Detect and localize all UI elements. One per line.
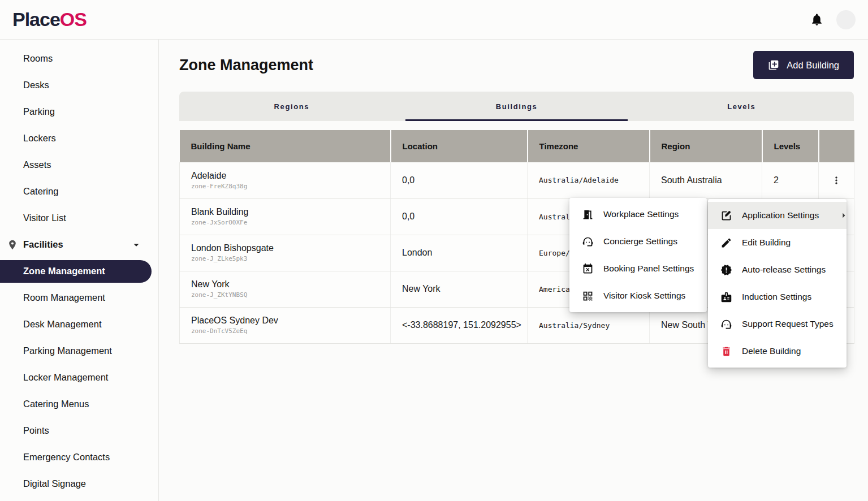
menu-item-label: Delete Building bbox=[742, 346, 801, 356]
column-actions bbox=[819, 130, 854, 162]
sidebar-item-label: Visitor List bbox=[23, 213, 66, 223]
sidebar-item-parking-management[interactable]: Parking Management bbox=[0, 338, 158, 364]
building-zone-id: zone-JxSorO0XFe bbox=[191, 219, 390, 226]
placeos-logo: PlaceOS bbox=[12, 8, 87, 31]
door-icon bbox=[582, 209, 594, 221]
building-zone-id: zone-J_ZKtYNBSQ bbox=[191, 291, 390, 299]
sidebar-item-label: Desks bbox=[23, 80, 49, 90]
sidebar-item-assets[interactable]: Assets bbox=[0, 152, 158, 178]
column-region: Region bbox=[650, 130, 762, 162]
menu-item-edit-building[interactable]: Edit Building bbox=[708, 229, 847, 256]
add-building-label: Add Building bbox=[787, 60, 839, 71]
menu-item-delete-building[interactable]: Delete Building bbox=[708, 338, 847, 365]
menu-item-label: Edit Building bbox=[742, 237, 791, 248]
building-location: 0,0 bbox=[391, 162, 528, 198]
sidebar-item-locker-management[interactable]: Locker Management bbox=[0, 364, 158, 391]
sidebar-item-visitor-list[interactable]: Visitor List bbox=[0, 205, 158, 231]
column-location: Location bbox=[391, 130, 528, 162]
release-badge-icon bbox=[720, 264, 732, 276]
page-title: Zone Management bbox=[179, 57, 313, 74]
sidebar-item-lockers[interactable]: Lockers bbox=[0, 125, 158, 152]
sidebar: Rooms Desks Parking Lockers Assets Cater… bbox=[0, 40, 159, 501]
submenu-arrow-icon bbox=[838, 210, 849, 221]
building-name: New York bbox=[191, 279, 390, 290]
sidebar-item-zone-management[interactable]: Zone Management bbox=[0, 260, 152, 283]
sidebar-item-label: Locker Management bbox=[23, 372, 108, 383]
building-region: South Australia bbox=[650, 162, 762, 198]
sidebar-item-catering-menus[interactable]: Catering Menus bbox=[0, 391, 158, 417]
menu-item-label: Concierge Settings bbox=[603, 236, 677, 247]
page-header: Zone Management Add Building bbox=[179, 51, 854, 79]
building-name: PlaceOS Sydney Dev bbox=[191, 316, 390, 326]
bell-icon bbox=[810, 12, 824, 27]
sidebar-item-label: Rooms bbox=[23, 53, 53, 64]
chevron-down-icon bbox=[130, 239, 142, 251]
building-zone-id: zone-DnTcV5ZeEq bbox=[191, 327, 390, 335]
pencil-icon bbox=[720, 237, 732, 249]
menu-item-booking-panel-settings[interactable]: Booking Panel Settings bbox=[569, 255, 707, 282]
tab-regions[interactable]: Regions bbox=[179, 92, 404, 121]
building-timezone: Australia/Adelaide bbox=[528, 162, 650, 198]
sidebar-item-label: Desk Management bbox=[23, 319, 102, 330]
sidebar-item-room-management[interactable]: Room Management bbox=[0, 284, 158, 311]
sidebar-item-parking[interactable]: Parking bbox=[0, 98, 158, 125]
location-pin-icon bbox=[7, 239, 18, 250]
sidebar-item-rooms[interactable]: Rooms bbox=[0, 45, 158, 72]
building-name: Adelaide bbox=[191, 171, 390, 181]
sidebar-item-emergency-contacts[interactable]: Emergency Contacts bbox=[0, 444, 158, 470]
sidebar-item-label: Catering bbox=[23, 186, 58, 197]
row-actions-button[interactable] bbox=[827, 171, 845, 189]
sidebar-item-desk-management[interactable]: Desk Management bbox=[0, 311, 158, 338]
edit-square-icon bbox=[720, 210, 732, 222]
menu-item-support-request-types[interactable]: Support Request Types bbox=[708, 310, 847, 338]
sidebar-item-label: Assets bbox=[23, 159, 51, 170]
menu-item-label: Auto-release Settings bbox=[742, 265, 826, 275]
headset-icon bbox=[582, 236, 594, 248]
building-name: Blank Building bbox=[191, 207, 390, 217]
tab-levels[interactable]: Levels bbox=[629, 92, 854, 121]
menu-item-workplace-settings[interactable]: Workplace Settings bbox=[569, 201, 707, 228]
logo-text-place: Place bbox=[12, 8, 60, 31]
menu-item-induction-settings[interactable]: Induction Settings bbox=[708, 283, 847, 310]
user-avatar[interactable] bbox=[836, 10, 856, 29]
column-timezone: Timezone bbox=[528, 130, 650, 162]
sidebar-item-label: Catering Menus bbox=[23, 399, 89, 409]
menu-item-auto-release-settings[interactable]: Auto-release Settings bbox=[708, 256, 847, 283]
headset-icon bbox=[720, 318, 732, 330]
trash-icon bbox=[720, 345, 732, 357]
notifications-button[interactable] bbox=[810, 12, 824, 27]
topbar-actions bbox=[810, 10, 856, 29]
sidebar-item-points[interactable]: Points bbox=[0, 417, 158, 444]
sidebar-group-facilities[interactable]: Facilities bbox=[0, 231, 158, 258]
tab-buildings[interactable]: Buildings bbox=[404, 92, 629, 121]
building-levels: 2 bbox=[762, 162, 819, 198]
sidebar-item-desks[interactable]: Desks bbox=[0, 72, 158, 98]
sidebar-item-label: Zone Management bbox=[23, 266, 105, 277]
column-building-name: Building Name bbox=[180, 130, 391, 162]
menu-item-label: Booking Panel Settings bbox=[603, 264, 694, 274]
building-name: London Bishopsgate bbox=[191, 243, 390, 253]
menu-item-visitor-kiosk-settings[interactable]: Visitor Kiosk Settings bbox=[569, 282, 707, 309]
sidebar-item-label: Digital Signage bbox=[23, 478, 86, 489]
add-building-button[interactable]: Add Building bbox=[753, 51, 854, 79]
id-badge-icon bbox=[720, 291, 732, 303]
menu-item-application-settings[interactable]: Application Settings bbox=[708, 202, 847, 229]
building-settings-menu: Workplace Settings Concierge Settings Bo… bbox=[569, 198, 707, 312]
building-context-menu: Application Settings Edit Building Auto-… bbox=[708, 199, 847, 368]
sidebar-item-label: Emergency Contacts bbox=[23, 452, 110, 463]
sidebar-item-catering[interactable]: Catering bbox=[0, 178, 158, 205]
sidebar-item-label: Parking bbox=[23, 106, 55, 117]
table-header-row: Building Name Location Timezone Region L… bbox=[180, 130, 854, 162]
building-zone-id: zone-J_ZLke5pk3 bbox=[191, 255, 390, 262]
menu-item-label: Induction Settings bbox=[742, 292, 811, 302]
calendar-busy-icon bbox=[582, 263, 594, 275]
table-row[interactable]: Adelaide zone-FreKZ8q38g 0,0 Australia/A… bbox=[180, 162, 854, 198]
kebab-icon bbox=[831, 175, 842, 186]
menu-item-concierge-settings[interactable]: Concierge Settings bbox=[569, 228, 707, 255]
sidebar-item-label: Parking Management bbox=[23, 345, 112, 356]
tab-bar: Regions Buildings Levels bbox=[179, 92, 854, 121]
building-zone-id: zone-FreKZ8q38g bbox=[191, 183, 390, 190]
sidebar-item-digital-signage[interactable]: Digital Signage bbox=[0, 470, 158, 497]
building-location: <-33.8688197, 151.2092955> bbox=[391, 307, 528, 343]
menu-item-label: Support Request Types bbox=[742, 319, 834, 329]
